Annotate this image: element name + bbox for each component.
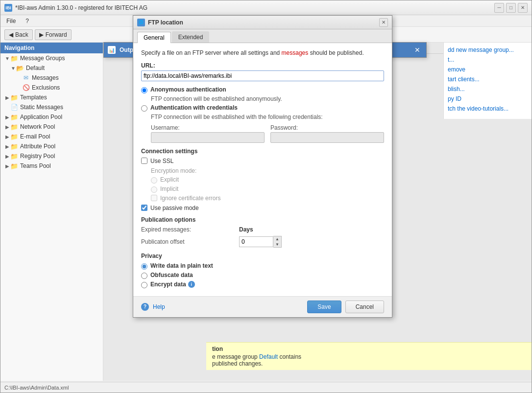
publish-link[interactable]: blish... <box>448 86 528 92</box>
sidebar-item-teams-pool[interactable]: ▶ 📁 Teams Pool <box>0 161 103 171</box>
encrypt-label: Encrypt data <box>150 281 186 288</box>
edit-link[interactable]: t... <box>448 56 528 63</box>
ftp-dialog-icon: 🌐 <box>137 19 145 26</box>
back-button[interactable]: ◀ Back <box>4 29 33 40</box>
output-dialog-close[interactable]: ✕ <box>412 45 422 55</box>
expand-icon: ▶ <box>4 163 10 169</box>
connection-section-header: Connection settings <box>141 148 384 155</box>
credentials-row: Username: Password: <box>151 124 384 143</box>
sidebar-item-static-messages[interactable]: 📄 Static Messages <box>0 102 103 112</box>
expand-icon: ▶ <box>4 114 10 120</box>
username-input[interactable] <box>151 132 265 143</box>
sidebar-label-network-pool: Network Pool <box>20 123 55 130</box>
cred-auth-desc: FTP connection will be esthablished with… <box>151 114 384 120</box>
sidebar-item-application-pool[interactable]: ▶ 📁 Application Pool <box>0 112 103 122</box>
implicit-radio[interactable] <box>151 186 157 193</box>
ftp-dialog-close-button[interactable]: ✕ <box>379 18 388 27</box>
minimize-button[interactable]: ─ <box>494 3 504 13</box>
sidebar-item-message-groups[interactable]: ▼ 📁 Message Groups <box>0 53 103 63</box>
title-bar: IBI *IBI-aws Admin 1.30.0 - registered f… <box>0 0 532 15</box>
ftp-tab-bar: General Extended <box>133 29 392 43</box>
tab-general[interactable]: General <box>137 32 171 43</box>
encrypt-info-icon[interactable]: i <box>188 281 195 288</box>
spinner-up-button[interactable]: ▲ <box>273 236 281 242</box>
encryption-label: Encryption mode: <box>151 167 384 174</box>
forward-button[interactable]: ▶ Forward <box>35 29 72 40</box>
expand-icon <box>4 104 10 110</box>
ftp-desc-text: Specify a file on an FTP server where al… <box>141 49 282 56</box>
folder-icon: 📁 <box>10 123 18 131</box>
write-plain-item: Write data in plain text <box>141 262 384 270</box>
sidebar-label-teams-pool: Teams Pool <box>20 162 51 169</box>
encrypt-item: Encrypt data i <box>141 281 384 288</box>
maximize-button[interactable]: □ <box>506 3 516 13</box>
write-plain-label: Write data in plain text <box>150 262 213 269</box>
notification-text: e message group Default contains <box>212 353 526 360</box>
add-group-link[interactable]: dd new message group... <box>448 46 528 53</box>
pub-offset-label: Publicaton offset <box>141 238 239 245</box>
tab-extended[interactable]: Extended <box>172 31 210 43</box>
use-ssl-checkbox[interactable] <box>141 158 147 164</box>
ftp-dialog-footer: ? Help Save Cancel <box>133 296 392 317</box>
title-bar-buttons: ─ □ ✕ <box>494 3 528 13</box>
notification-bar: tion e message group Default contains pu… <box>206 342 532 370</box>
sidebar-item-default[interactable]: ▼ 📂 Default <box>0 63 103 73</box>
username-label: Username: <box>151 124 265 131</box>
sidebar-label-attribute-pool: Attribute Pool <box>20 143 55 150</box>
sidebar-header: Navigation <box>0 43 103 53</box>
ftp-dialog: 🌐 FTP location ✕ General Extended Specif… <box>133 15 392 318</box>
sidebar-item-exclusions[interactable]: 🚫 Exclusions <box>0 83 103 92</box>
save-button[interactable]: Save <box>307 301 341 313</box>
video-link[interactable]: tch the video-tutorials... <box>448 105 528 112</box>
remove-link[interactable]: emove <box>448 66 528 73</box>
obfuscate-radio[interactable] <box>141 273 147 279</box>
ignore-cert-label: Ignore certificate errors <box>160 195 220 202</box>
sidebar-label-static-messages: Static Messages <box>20 104 63 111</box>
ftp-dialog-titlebar: 🌐 FTP location ✕ <box>133 16 392 29</box>
cred-auth-radio[interactable] <box>141 105 147 112</box>
encrypt-radio[interactable] <box>141 282 147 288</box>
sidebar-item-registry-pool[interactable]: ▶ 📁 Registry Pool <box>0 151 103 161</box>
notification-title: tion <box>212 346 526 352</box>
explicit-radio[interactable] <box>151 177 157 184</box>
use-passive-checkbox[interactable] <box>141 205 147 211</box>
write-plain-radio[interactable] <box>141 263 147 270</box>
cancel-button[interactable]: Cancel <box>345 301 384 313</box>
sidebar-label-application-pool: Application Pool <box>20 114 62 120</box>
status-bar: C:\IBI-aws\Admin\Data.xml <box>0 382 532 393</box>
expired-label: Expired messages: <box>141 226 239 233</box>
anon-auth-desc: FTP connection will be esthablished anon… <box>151 95 384 102</box>
app-title: *IBI-aws Admin 1.30.0 - registered for I… <box>15 4 494 11</box>
spinner-down-button[interactable]: ▼ <box>273 242 281 247</box>
sidebar-item-network-pool[interactable]: ▶ 📁 Network Pool <box>0 122 103 132</box>
static-messages-icon: 📄 <box>10 103 18 111</box>
sidebar-item-attribute-pool[interactable]: ▶ 📁 Attribute Pool <box>0 141 103 151</box>
expand-icon: ▶ <box>4 134 10 139</box>
sidebar-label-templates: Templates <box>20 94 47 101</box>
close-button[interactable]: ✕ <box>518 3 528 13</box>
ignore-cert-checkbox[interactable] <box>151 195 157 201</box>
ignore-cert-item: Ignore certificate errors <box>151 195 384 202</box>
help-link[interactable]: Help <box>153 303 165 310</box>
sidebar-label-registry-pool: Registry Pool <box>20 153 55 160</box>
anon-auth-radio[interactable] <box>141 87 147 93</box>
app-icon: IBI <box>4 4 12 12</box>
start-clients-link[interactable]: tart clients... <box>448 76 528 83</box>
sidebar-item-email-pool[interactable]: ▶ 📁 E-mail Pool <box>0 132 103 141</box>
password-input[interactable] <box>270 132 384 143</box>
menu-file[interactable]: File <box>4 17 18 25</box>
folder-icon: 📁 <box>10 113 18 121</box>
publication-section-header: Publication options <box>141 216 384 223</box>
sidebar-item-messages[interactable]: ✉ Messages <box>0 73 103 83</box>
days-input[interactable] <box>239 236 273 247</box>
forward-arrow-icon: ▶ <box>39 31 44 38</box>
copy-id-link[interactable]: py ID <box>448 95 528 102</box>
default-link[interactable]: Default <box>259 353 278 360</box>
privacy-section-header: Privacy <box>141 253 384 259</box>
implicit-label: Implicit <box>160 185 178 192</box>
menu-help[interactable]: ? <box>24 17 31 25</box>
sidebar-label-exclusions: Exclusions <box>32 84 60 91</box>
sidebar-item-templates[interactable]: ▶ 📁 Templates <box>0 92 103 102</box>
expand-icon: ▼ <box>4 55 10 61</box>
url-input[interactable] <box>141 70 384 81</box>
